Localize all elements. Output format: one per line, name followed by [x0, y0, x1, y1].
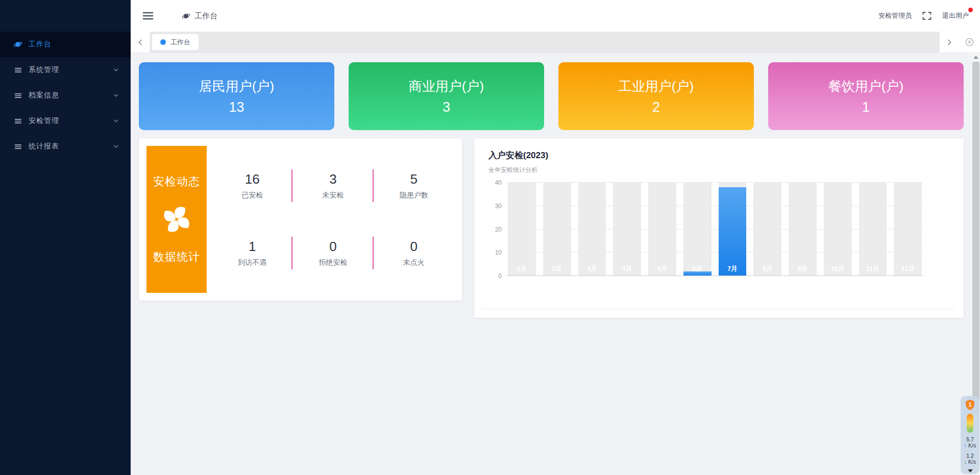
- menu-lines-icon: [13, 142, 22, 151]
- chart-month-track[interactable]: 9月: [789, 183, 817, 276]
- sidebar-item-2[interactable]: 档案信息: [0, 83, 131, 108]
- stat-card-title: 工业用户(户): [619, 78, 694, 95]
- sidebar-item-1[interactable]: 系统管理: [0, 57, 131, 83]
- chart-month-label: 6月: [683, 265, 712, 273]
- summary-stat-label: 拒绝安检: [292, 258, 373, 267]
- chevron-down-icon: [112, 143, 119, 150]
- planet-icon: [13, 40, 22, 49]
- chart-month-label: 10月: [824, 265, 852, 273]
- menu-lines-icon: [13, 116, 22, 126]
- chart-month-label: 12月: [894, 265, 922, 273]
- chart-month-track[interactable]: 5月: [648, 183, 676, 276]
- chart-month-track[interactable]: 12月: [894, 183, 922, 276]
- inspection-chart-panel: 入户安检(2023) 全年安检统计分析 010203040 1月 2月 3月 4…: [474, 138, 964, 318]
- shield-icon: 1: [965, 399, 975, 410]
- sidebar-item-label: 统计报表: [29, 142, 112, 151]
- summary-banner: 安检动态 数据统计: [146, 146, 207, 293]
- sidebar-item-4[interactable]: 统计报表: [0, 134, 131, 159]
- chart-y-axis: 010203040: [488, 183, 507, 276]
- fullscreen-icon[interactable]: [922, 11, 932, 21]
- circle-close-icon[interactable]: [959, 32, 980, 53]
- chart-month-track[interactable]: 6月: [683, 183, 712, 276]
- stat-card[interactable]: 商业用户(户) 3: [349, 62, 544, 130]
- notification-dot: [968, 8, 973, 12]
- stat-card[interactable]: 餐饮用户(户) 1: [768, 62, 964, 130]
- scrollbar-up-arrow-icon[interactable]: [973, 56, 978, 59]
- banner-subtitle: 数据统计: [153, 249, 200, 265]
- stat-card-title: 餐饮用户(户): [828, 78, 903, 95]
- planet-icon: [182, 12, 190, 20]
- banner-title: 安检动态: [153, 174, 200, 189]
- stat-card-value: 1: [862, 99, 870, 115]
- summary-stat-label: 未点火: [374, 258, 454, 267]
- shield-badge-count: 1: [969, 402, 972, 408]
- chevron-down-icon: [112, 92, 119, 99]
- stat-card-value: 13: [229, 99, 244, 115]
- chart-plot-area: 1月 2月 3月 4月 5月 6月 7月 8月 9月 10月 11月: [507, 183, 923, 276]
- chart-month-label: 4月: [613, 265, 641, 273]
- summary-stat: 1 到访不遇: [212, 236, 292, 270]
- logout-label: 退出用户: [942, 12, 969, 19]
- y-axis-tick: 20: [495, 226, 502, 233]
- sidebar-item-0[interactable]: 工作台: [0, 32, 131, 57]
- stat-card[interactable]: 居民用户(户) 13: [139, 62, 334, 130]
- scrollbar-thumb[interactable]: [972, 62, 979, 414]
- chart-month-track[interactable]: 10月: [824, 183, 852, 276]
- summary-stat-value: 0: [292, 239, 373, 255]
- summary-stat: 0 未点火: [374, 236, 454, 270]
- breadcrumb: 工作台: [182, 11, 217, 21]
- summary-stat-value: 0: [374, 239, 454, 255]
- stat-card-title: 居民用户(户): [199, 78, 274, 95]
- tab-workbench[interactable]: 工作台: [152, 34, 199, 50]
- chevron-down-icon: [112, 66, 119, 73]
- summary-stat: 3 未安检: [292, 168, 373, 203]
- up-arrow-icon: ↑: [964, 442, 967, 448]
- stat-card-value: 2: [652, 99, 660, 115]
- chart-month-track[interactable]: 4月: [613, 183, 641, 276]
- down-arrow-icon: ↓: [964, 459, 967, 465]
- chart-bar: [719, 187, 747, 276]
- chart-month-track[interactable]: 7月: [719, 183, 747, 276]
- chart-subtitle: 全年安检统计分析: [488, 166, 949, 174]
- chart-month-label: 7月: [719, 265, 747, 273]
- stat-card-title: 商业用户(户): [409, 78, 484, 95]
- current-user-label[interactable]: 安检管理员: [878, 11, 912, 20]
- chart-month-track[interactable]: 8月: [753, 183, 781, 276]
- tabs-scroll-right-button[interactable]: [939, 32, 959, 53]
- main-content: 居民用户(户) 13 商业用户(户) 3 工业用户(户) 2 餐饮用户(户) 1…: [131, 53, 972, 475]
- summary-stats: 16 已安检 3 未安检 5 隐患户数 1 到访不遇: [207, 146, 454, 293]
- sidebar-item-label: 安检管理: [29, 116, 112, 126]
- chart-month-label: 8月: [753, 265, 781, 273]
- panel-footer-divider: [482, 309, 955, 309]
- stat-card[interactable]: 工业用户(户) 2: [558, 62, 754, 130]
- chart-month-track[interactable]: 2月: [543, 183, 571, 276]
- chart-month-label: 9月: [789, 265, 817, 273]
- hamburger-icon[interactable]: [142, 10, 155, 21]
- network-monitor-widget[interactable]: 1 5.7 ↑ K/s 1.2 ↓ K/s: [961, 396, 979, 474]
- chart-month-track[interactable]: 11月: [859, 183, 887, 276]
- summary-stat: 5 隐患户数: [374, 168, 454, 203]
- tabs-scroll-left-button[interactable]: [131, 32, 150, 53]
- tab-label: 工作台: [170, 38, 190, 47]
- summary-stat-label: 隐患户数: [374, 191, 454, 200]
- summary-stat-value: 16: [212, 171, 292, 187]
- logout-button[interactable]: 退出用户: [942, 11, 969, 20]
- sidebar-item-3[interactable]: 安检管理: [0, 108, 131, 134]
- upload-speed: 5.7 ↑ K/s: [964, 436, 976, 449]
- menu-lines-icon: [13, 91, 22, 100]
- activity-gauge: [967, 414, 973, 433]
- tab-strip: 工作台: [150, 32, 939, 53]
- sidebar-header-spacer: [0, 0, 131, 32]
- summary-stat-value: 5: [374, 171, 454, 187]
- menu-lines-icon: [13, 65, 22, 74]
- y-axis-tick: 40: [495, 179, 502, 186]
- chart-month-track[interactable]: 1月: [508, 183, 536, 276]
- sidebar-item-label: 工作台: [29, 40, 112, 49]
- sidebar: 工作台 系统管理 档案信息 安检管理 统计报表: [0, 0, 131, 475]
- chart-month-track[interactable]: 3月: [578, 183, 606, 276]
- chart-month-label: 3月: [578, 265, 606, 273]
- chart-month-label: 2月: [543, 265, 571, 273]
- tab-bar: 工作台: [131, 32, 980, 53]
- bar-chart: 010203040 1月 2月 3月 4月 5月 6月 7月 8月 9月: [488, 183, 949, 276]
- collapse-triangle-icon[interactable]: [968, 469, 973, 472]
